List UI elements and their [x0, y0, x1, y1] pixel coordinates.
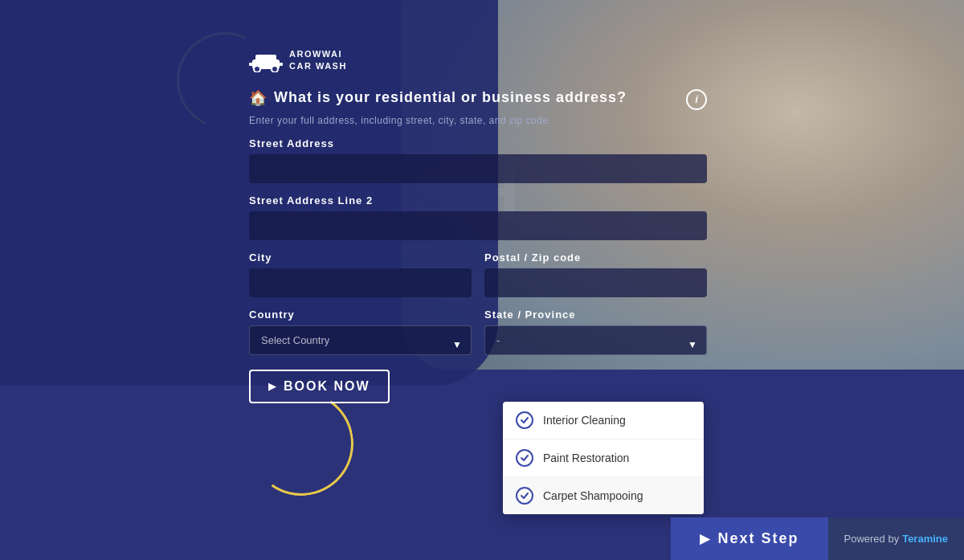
dropdown-item-carpet-label: Carpet Shampooing: [543, 489, 643, 502]
car-wash-logo-icon: [249, 48, 283, 72]
svg-rect-4: [249, 63, 254, 66]
country-select[interactable]: Select Country: [249, 325, 472, 355]
country-label: Country: [249, 309, 472, 321]
home-icon: 🏠: [249, 89, 268, 107]
services-dropdown: Interior Cleaning Paint Restoration Carp…: [503, 402, 704, 514]
street-address-input[interactable]: [249, 154, 707, 183]
street-address-label: Street Address: [249, 137, 707, 149]
postal-label: Postal / Zip code: [484, 251, 707, 264]
dropdown-item-interior[interactable]: Interior Cleaning: [503, 402, 704, 439]
bottom-bar: ▶ Next Step Powered by Teramine: [671, 517, 964, 560]
book-now-button[interactable]: ▶ BOOK NOW: [249, 370, 390, 403]
question-subtitle: Enter your full address, including stree…: [249, 115, 707, 126]
question-title: 🏠 What is your residential or business a…: [249, 89, 627, 107]
dropdown-item-paint[interactable]: Paint Restoration: [503, 439, 704, 477]
check-icon-interior: [516, 411, 533, 429]
next-arrow-icon: ▶: [700, 531, 711, 546]
postal-input[interactable]: [484, 268, 707, 297]
check-icon-paint: [516, 449, 533, 467]
country-select-wrapper: Select Country ▼: [249, 325, 472, 366]
dropdown-item-carpet[interactable]: Carpet Shampooing: [503, 477, 704, 514]
svg-rect-5: [278, 63, 283, 66]
street-address2-label: Street Address Line 2: [249, 194, 707, 206]
address-form: AROWWAI CAR WASH 🏠 What is your resident…: [249, 48, 707, 403]
svg-point-2: [254, 66, 260, 72]
state-select[interactable]: -: [484, 325, 707, 355]
play-icon: ▶: [268, 381, 277, 392]
powered-by-label: Powered by Teramine: [828, 517, 965, 560]
street-address2-input[interactable]: [249, 211, 707, 240]
state-select-wrapper: - ▼: [484, 325, 707, 366]
logo-text: AROWWAI CAR WASH: [289, 48, 347, 73]
next-step-button[interactable]: ▶ Next Step: [671, 517, 827, 560]
svg-rect-1: [255, 55, 276, 63]
dropdown-item-paint-label: Paint Restoration: [543, 452, 629, 464]
city-label: City: [249, 251, 472, 264]
svg-point-3: [272, 66, 278, 72]
info-icon[interactable]: i: [686, 89, 707, 110]
state-label: State / Province: [484, 309, 707, 321]
logo-area: AROWWAI CAR WASH: [249, 48, 707, 73]
question-header: 🏠 What is your residential or business a…: [249, 89, 707, 110]
check-icon-carpet: [516, 487, 533, 505]
city-input[interactable]: [249, 268, 472, 297]
dropdown-item-interior-label: Interior Cleaning: [543, 414, 626, 427]
